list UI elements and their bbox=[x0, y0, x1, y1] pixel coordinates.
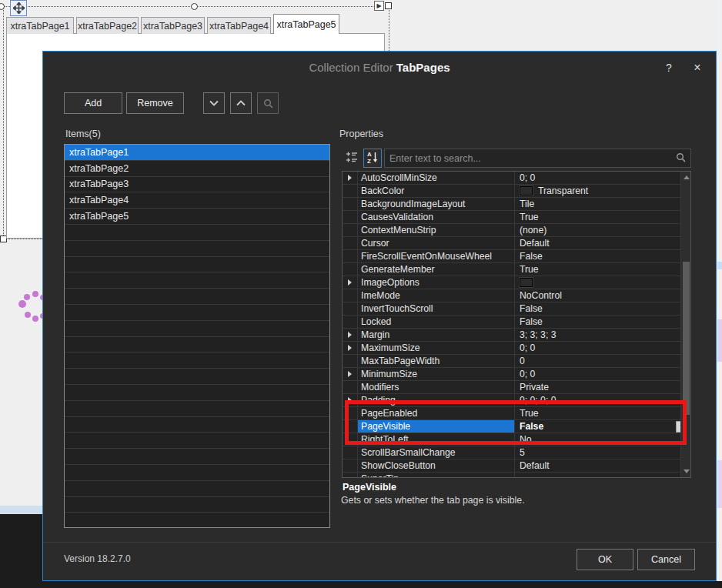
property-row-PageEnabled[interactable]: PageEnabledTrue bbox=[343, 407, 690, 420]
property-value[interactable]: NoControl bbox=[515, 289, 690, 302]
find-button[interactable] bbox=[257, 92, 279, 114]
move-handle-icon[interactable] bbox=[10, 0, 27, 16]
expander-icon[interactable] bbox=[343, 276, 358, 289]
property-row-Margin[interactable]: Margin3; 3; 3; 3 bbox=[343, 329, 690, 342]
list-item-empty[interactable] bbox=[65, 225, 329, 241]
list-item-empty[interactable] bbox=[65, 481, 329, 497]
designer-tab-xtraTabPage3[interactable]: xtraTabPage3 bbox=[141, 17, 205, 34]
property-value[interactable]: False bbox=[515, 316, 690, 328]
list-item-xtraTabPage2[interactable]: xtraTabPage2 bbox=[65, 161, 329, 177]
resize-handle-top-right[interactable] bbox=[385, 2, 392, 9]
list-item-xtraTabPage4[interactable]: xtraTabPage4 bbox=[65, 192, 329, 209]
list-item-xtraTabPage5[interactable]: xtraTabPage5 bbox=[65, 209, 329, 225]
property-row-RightToLeft[interactable]: RightToLeftNo bbox=[343, 433, 690, 446]
property-value[interactable]: 0; 0 bbox=[515, 342, 690, 354]
list-item-empty[interactable] bbox=[65, 497, 329, 513]
property-row-Modifiers[interactable]: ModifiersPrivate bbox=[343, 381, 690, 394]
property-value[interactable]: Transparent bbox=[515, 185, 690, 197]
property-value[interactable]: Private bbox=[515, 381, 690, 393]
property-row-MaximumSize[interactable]: MaximumSize0; 0 bbox=[343, 342, 690, 355]
property-row-Cursor[interactable]: CursorDefault bbox=[343, 237, 690, 250]
list-item-empty[interactable] bbox=[65, 449, 329, 465]
property-row-ImageOptions[interactable]: ImageOptions bbox=[343, 276, 690, 289]
move-up-button[interactable] bbox=[230, 92, 252, 114]
scrollbar-up-icon[interactable] bbox=[684, 175, 690, 179]
property-row-BackColor[interactable]: BackColorTransparent bbox=[343, 185, 690, 198]
designer-tab-xtraTabPage2[interactable]: xtraTabPage2 bbox=[76, 17, 139, 34]
property-search-input[interactable] bbox=[385, 153, 676, 164]
property-row-FireScrollEventOnMouseWheel[interactable]: FireScrollEventOnMouseWheelFalse bbox=[343, 250, 690, 263]
list-item-empty[interactable] bbox=[65, 369, 329, 385]
expander-icon[interactable] bbox=[343, 368, 358, 380]
property-value[interactable]: True bbox=[515, 407, 690, 419]
property-row-Padding[interactable]: Padding0; 0; 0; 0 bbox=[343, 394, 690, 407]
list-item-empty[interactable] bbox=[65, 433, 329, 449]
list-item-empty[interactable] bbox=[65, 272, 329, 289]
list-item-empty[interactable] bbox=[65, 257, 329, 273]
search-icon[interactable] bbox=[676, 152, 686, 165]
list-item-empty[interactable] bbox=[65, 385, 329, 401]
property-row-ImeMode[interactable]: ImeModeNoControl bbox=[343, 289, 690, 302]
property-row-GenerateMember[interactable]: GenerateMemberTrue bbox=[343, 263, 690, 276]
property-value[interactable]: 3; 3; 3; 3 bbox=[515, 329, 690, 341]
close-button[interactable]: × bbox=[689, 59, 706, 76]
property-value[interactable]: 5 bbox=[515, 446, 690, 459]
list-item-empty[interactable] bbox=[65, 337, 329, 353]
property-value[interactable]: 0; 0; 0; 0 bbox=[515, 394, 690, 406]
list-item-xtraTabPage3[interactable]: xtraTabPage3 bbox=[65, 177, 329, 193]
property-value[interactable] bbox=[515, 276, 690, 289]
expander-icon[interactable] bbox=[343, 394, 358, 406]
designer-tab-xtraTabPage5[interactable]: xtraTabPage5 bbox=[273, 14, 339, 34]
list-item-empty[interactable] bbox=[65, 401, 329, 417]
property-value[interactable]: No bbox=[515, 433, 690, 446]
scrollbar-thumb[interactable] bbox=[683, 262, 690, 415]
list-item-empty[interactable] bbox=[65, 417, 329, 433]
property-row-ShowCloseButton[interactable]: ShowCloseButtonDefault bbox=[343, 459, 690, 473]
list-item-empty[interactable] bbox=[65, 305, 329, 321]
property-value[interactable]: Default bbox=[515, 237, 690, 249]
list-item-xtraTabPage1[interactable]: xtraTabPage1 bbox=[65, 145, 329, 161]
expander-icon[interactable] bbox=[343, 172, 358, 184]
move-down-button[interactable] bbox=[203, 92, 225, 114]
alphabetical-sort-button[interactable]: AZ bbox=[363, 149, 382, 168]
property-row-CausesValidation[interactable]: CausesValidationTrue bbox=[343, 211, 690, 224]
property-value[interactable]: Tile bbox=[515, 198, 690, 210]
designer-tab-xtraTabPage4[interactable]: xtraTabPage4 bbox=[207, 17, 271, 34]
property-row-ScrollBarSmallChange[interactable]: ScrollBarSmallChange5 bbox=[343, 446, 690, 459]
list-item-empty[interactable] bbox=[65, 241, 329, 257]
scrollbar-down-icon[interactable] bbox=[684, 469, 690, 473]
list-item-empty[interactable] bbox=[65, 289, 329, 305]
list-item-empty[interactable] bbox=[65, 465, 329, 481]
cancel-button[interactable]: Cancel bbox=[637, 549, 695, 570]
property-value[interactable]: True bbox=[515, 263, 690, 276]
property-row-PageVisible[interactable]: PageVisibleFalse bbox=[343, 420, 690, 433]
property-row-BackgroundImageLayout[interactable]: BackgroundImageLayoutTile bbox=[343, 198, 690, 211]
list-item-empty[interactable] bbox=[65, 321, 329, 337]
resize-handle-top-left[interactable] bbox=[0, 3, 5, 10]
smart-tag-button[interactable]: ▶ bbox=[374, 1, 384, 11]
property-value[interactable]: (none) bbox=[515, 224, 690, 236]
property-value[interactable]: False bbox=[515, 302, 690, 315]
property-row-InvertTouchScroll[interactable]: InvertTouchScrollFalse bbox=[343, 302, 690, 316]
property-value[interactable]: False bbox=[515, 420, 690, 433]
grid-scrollbar[interactable] bbox=[680, 172, 690, 477]
property-value[interactable]: 0; 0 bbox=[515, 368, 690, 380]
property-row-AutoScrollMinSize[interactable]: AutoScrollMinSize0; 0 bbox=[343, 172, 690, 185]
list-item-empty[interactable] bbox=[65, 352, 329, 369]
property-row-SuperTip[interactable]: SuperTip bbox=[343, 473, 690, 478]
property-value[interactable]: 0 bbox=[515, 355, 690, 367]
resize-handle-top-middle[interactable] bbox=[191, 3, 198, 10]
property-value[interactable]: False bbox=[515, 250, 690, 262]
property-value[interactable]: Default bbox=[515, 459, 690, 472]
property-value[interactable]: 0; 0 bbox=[515, 172, 690, 184]
expander-icon[interactable] bbox=[343, 342, 358, 354]
property-row-MaxTabPageWidth[interactable]: MaxTabPageWidth0 bbox=[343, 355, 690, 368]
ok-button[interactable]: OK bbox=[577, 549, 633, 570]
designer-tab-xtraTabPage1[interactable]: xtraTabPage1 bbox=[6, 17, 74, 34]
list-item-empty[interactable] bbox=[65, 513, 329, 528]
property-value[interactable]: True bbox=[515, 211, 690, 223]
add-button[interactable]: Add bbox=[64, 92, 122, 114]
expander-icon[interactable] bbox=[343, 329, 358, 341]
remove-button[interactable]: Remove bbox=[126, 92, 184, 114]
categorized-view-button[interactable] bbox=[343, 149, 361, 168]
